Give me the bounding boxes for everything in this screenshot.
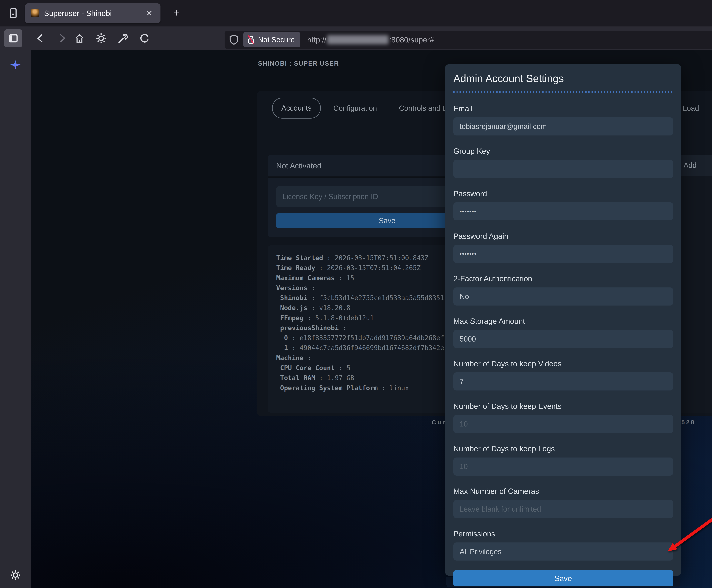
sidebar-settings-gear-icon[interactable] [9, 569, 22, 581]
input-max-storage-amount[interactable]: 5000 [453, 330, 673, 348]
browser-sidebar [0, 50, 31, 588]
crossed-lock-icon [247, 35, 255, 45]
input-group-key[interactable] [453, 160, 673, 178]
field-label-password: Password [453, 189, 673, 198]
field-label-max-number-of-cameras: Max Number of Cameras [453, 487, 673, 496]
input-email[interactable]: tobiasrejanuar@gmail.com [453, 118, 673, 135]
browser-tab[interactable]: Superuser - Shinobi ✕ [25, 3, 160, 23]
field-label-max-storage-amount: Max Storage Amount [453, 317, 673, 326]
settings-gear-icon[interactable] [94, 31, 108, 45]
field-label-number-of-days-to-keep-logs: Number of Days to keep Logs [453, 444, 673, 453]
select-2-factor-authentication[interactable]: No [453, 288, 673, 306]
url-text: http://:8080/super# [307, 35, 434, 44]
field-label-2-factor-authentication: 2-Factor Authentication [453, 274, 673, 283]
tab-configuration[interactable]: Configuration [333, 104, 377, 112]
tracking-shield-icon[interactable] [229, 35, 239, 45]
shinobi-super-page: SHINOBI : SUPER USER LOGOUT AccountsConf… [31, 50, 712, 588]
input-password[interactable]: ••••••• [453, 202, 673, 220]
modal-save-button[interactable]: Save [453, 570, 673, 586]
not-secure-chip[interactable]: Not Secure [243, 32, 300, 47]
admin-account-settings-modal: Admin Account Settings Emailtobiasrejanu… [445, 64, 682, 576]
home-icon[interactable] [73, 31, 86, 45]
vertical-tabs-icon[interactable] [6, 6, 20, 20]
back-icon[interactable] [34, 31, 47, 45]
input-number-of-days-to-keep-videos[interactable]: 7 [453, 372, 673, 391]
input-number-of-days-to-keep-logs[interactable]: 10 [453, 458, 673, 476]
shinobi-favicon-icon [30, 9, 39, 18]
modal-title: Admin Account Settings [453, 72, 673, 85]
footer-version-right: 528 [682, 419, 695, 426]
sidebar-toggle-button[interactable] [4, 29, 22, 47]
screen: Superuser - Shinobi ✕ + [0, 0, 712, 588]
new-tab-button[interactable]: + [169, 6, 183, 20]
reload-icon[interactable] [137, 31, 151, 45]
dotted-divider [453, 91, 673, 93]
input-number-of-days-to-keep-events[interactable]: 10 [453, 415, 673, 433]
not-secure-label: Not Secure [258, 36, 294, 44]
browser-titlebar: Superuser - Shinobi ✕ + [0, 0, 712, 26]
wrench-icon[interactable] [116, 31, 130, 45]
footer-version-left: Cur [432, 419, 446, 426]
tab-close-icon[interactable]: ✕ [144, 8, 155, 19]
input-password-again[interactable]: ••••••• [453, 245, 673, 263]
field-label-number-of-days-to-keep-events: Number of Days to keep Events [453, 402, 673, 411]
ai-sparkle-icon[interactable] [9, 59, 22, 71]
select-permissions[interactable]: All Privileges [453, 543, 673, 561]
field-label-password-again: Password Again [453, 232, 673, 241]
tab-accounts[interactable]: Accounts [272, 98, 321, 119]
forward-icon[interactable] [55, 31, 69, 45]
redacted-host [327, 35, 388, 44]
tab-title: Superuser - Shinobi [44, 9, 144, 18]
field-label-group-key: Group Key [453, 147, 673, 156]
page-title: SHINOBI : SUPER USER [258, 60, 339, 67]
field-label-number-of-days-to-keep-videos: Number of Days to keep Videos [453, 359, 673, 368]
field-label-email: Email [453, 104, 673, 113]
url-bar[interactable]: Not Secure http://:8080/super# 80% ☆ [225, 31, 712, 49]
field-label-permissions: Permissions [453, 529, 673, 538]
input-max-number-of-cameras[interactable]: Leave blank for unlimited [453, 500, 673, 518]
